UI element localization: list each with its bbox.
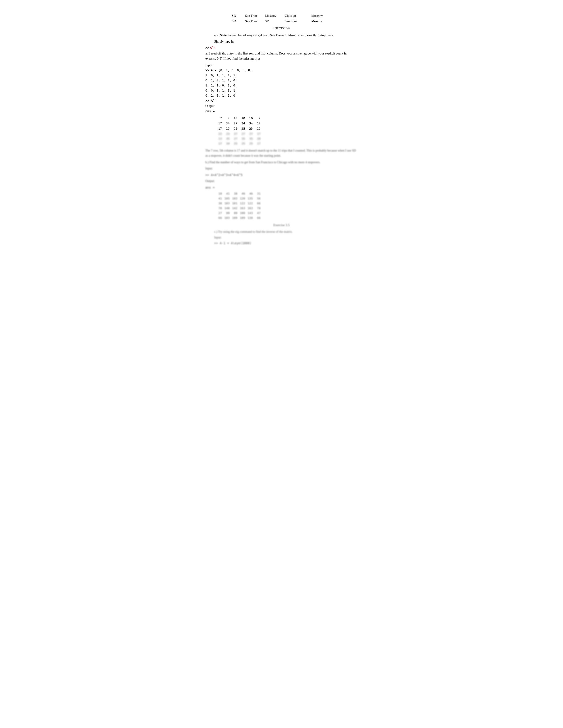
matrix-row-3: 17 19 25 25 25 17 [214,126,358,131]
route-cell: Moscow [311,19,334,24]
matrix-row-blurred-3: 17 34 25 25 25 17 [214,141,358,146]
cell: 17 [214,121,222,126]
matrix-row-blurred-1: 22 23 27 27 27 17 [214,131,358,136]
code-line-6: 0, 1, 0, 1, 1, 0] [205,93,358,98]
part-c-section: c.) Try using the eig command to find th… [214,229,358,246]
code-line-5: 0, 0, 1, 1, 0, 1; [205,88,358,93]
part-b-input-label: Input: [205,166,358,171]
cell: 19 [222,126,229,131]
part-b-question: b.) Find the number of ways to get from … [205,160,358,165]
cell: 10 [229,116,237,121]
code-block-section: >> A = [0, 1, 0, 0, 0, 0; 1, 0, 1, 1, 1,… [205,68,358,103]
code-line-1: >> A = [0, 1, 0, 0, 0, 0; [205,68,358,73]
matrix-row-blurred-2: 13 35 27 35 35 20 [214,136,358,141]
cell: 7 [253,116,260,121]
route-cell: SD [232,13,245,18]
route-cell: San Fran [245,19,265,24]
cell: 7 [222,116,229,121]
code-line-7: >> A^4 [205,98,358,103]
part-a-question: a.) State the number of ways to get from… [214,33,358,38]
part-b-output-label: Output: [205,179,358,184]
exercise-35-header: Exercise 3.5 [205,223,358,228]
cell: 34 [237,121,245,126]
route-cell: San Fran [245,13,265,18]
cell: 17 [253,121,260,126]
cell: 34 [222,121,229,126]
route-cell: Moscow [311,13,334,18]
command-a4: A^4 [210,45,215,50]
cell: 25 [229,126,237,131]
part-b-command: >> A+A^2+A^3+A^4+A^5 [205,173,358,177]
cell: 25 [237,126,245,131]
code-line-3: 0, 1, 0, 1, 1, 0; [205,78,358,83]
input-label: Input: [205,63,358,68]
part-c-question: c.) Try using the eig command to find th… [214,229,358,234]
part-b-ans-label: ans = [205,185,358,190]
ans-label: ans = [205,109,358,114]
route-cell: Moscow [265,13,285,18]
blurred-explanation: The 7 row, 5th column is 17 and it doesn… [205,148,358,158]
matrix-row-2: 17 34 27 34 34 17 [214,121,358,126]
route-cell: SD [232,19,245,24]
cell: 10 [245,116,253,121]
matrix-row-1: 7 7 10 10 10 7 [214,116,358,121]
cell: 7 [214,116,222,121]
code-line-2: 1, 0, 1, 1, 1, 1; [205,73,358,78]
part-c-command: >> A-1 = A\eye(1000) [214,241,358,246]
cell: 17 [253,126,260,131]
route-row-1: SD San Fran Moscow Chicago Moscow [232,13,358,18]
cell: 25 [245,126,253,131]
prompt-command-a4: >> A^4 [205,45,358,50]
exercise-34-header: Exercise 3.4 [205,25,358,30]
cell: 34 [245,121,253,126]
route-cell: SD [265,19,285,24]
part-c-input: Input: [214,235,358,240]
prompt-arrow: >> [205,45,209,50]
route-row-2: SD San Fran SD San Fran Moscow [232,19,358,24]
route-cell: San Fran [285,19,311,24]
part-a-section: a.) State the number of ways to get from… [214,33,358,44]
main-paragraph: and read off the entry in the first row … [205,51,358,61]
matrix-output-clear: 7 7 10 10 10 7 17 34 27 34 34 17 17 19 2… [214,116,358,146]
code-line-4: 1, 1, 1, 0, 1, 0; [205,83,358,88]
cell: 27 [229,121,237,126]
matrix-b-blurred: 10 41 38 46 46 31 41 105 103 120 135 56 … [214,191,358,221]
route-cell: Chicago [285,13,311,18]
cell: 17 [214,126,222,131]
part-a-instruction: Simply type in: [214,39,358,44]
cell: 10 [237,116,245,121]
output-label: Output: [205,103,358,109]
route-table: SD San Fran Moscow Chicago Moscow SD San… [232,13,358,24]
